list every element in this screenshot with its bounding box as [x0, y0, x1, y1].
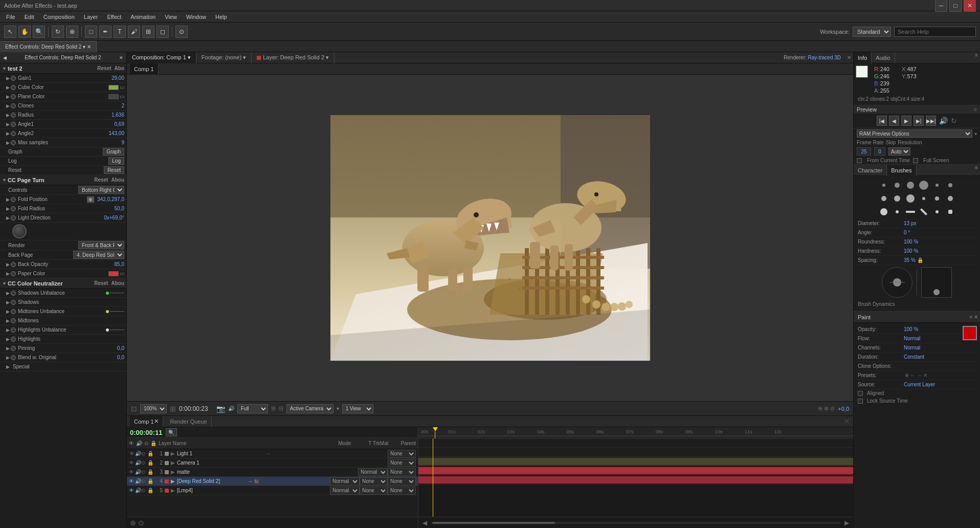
expand-maxsamples[interactable]: ▶: [6, 140, 10, 145]
expand-back-opacity[interactable]: ▶: [6, 262, 10, 267]
add-layer-btn[interactable]: ⊕: [130, 519, 136, 527]
layer-name-1[interactable]: Light 1: [177, 451, 264, 456]
brush-dot-18[interactable]: [948, 210, 952, 214]
menu-help[interactable]: Help: [211, 13, 231, 21]
layer-solo-switch-1[interactable]: →: [265, 451, 271, 456]
paint-duration-value[interactable]: Constant: [904, 354, 924, 360]
stopwatch-highlights[interactable]: ⏱: [11, 337, 16, 342]
expand-blend[interactable]: ▶: [6, 355, 10, 360]
brush-dot-6[interactable]: [948, 183, 952, 187]
graph-btn[interactable]: Graph: [103, 148, 124, 156]
maxsamples-value[interactable]: 9: [121, 140, 124, 145]
timeline-render-tab[interactable]: Render Queue: [166, 416, 212, 427]
stopwatch-blend[interactable]: ⏱: [11, 355, 16, 360]
cube-color-swatch[interactable]: [108, 85, 119, 90]
layer-eye-3[interactable]: 👁: [129, 469, 135, 475]
angle1-value[interactable]: 0,69: [115, 121, 124, 127]
expand-radius[interactable]: ▶: [6, 113, 10, 118]
layer-audio-1[interactable]: 🔊: [135, 451, 141, 456]
brush-dot-3[interactable]: [907, 182, 914, 189]
tab-composition[interactable]: Composition: Comp 1 ▾: [127, 52, 196, 63]
brush-dot-15[interactable]: [906, 211, 915, 213]
ram-preview-select[interactable]: RAM Preview Options: [857, 129, 972, 138]
comp1-tab[interactable]: Comp 1: [130, 63, 159, 75]
timeline-comp-tab[interactable]: Comp 1 ✕: [130, 416, 163, 427]
layer-lock-4[interactable]: 🔒: [147, 478, 153, 484]
layer-lock-3[interactable]: 🔒: [147, 469, 153, 475]
minimize-btn[interactable]: ─: [935, 0, 947, 12]
stopwatch-shadows[interactable]: ⏱: [11, 300, 16, 305]
expand-angle2[interactable]: ▶: [6, 131, 10, 136]
select-tool[interactable]: ↖: [4, 26, 16, 38]
paint-presets-icons[interactable]: ⊕ ← → ✕: [905, 372, 927, 378]
renderer-value[interactable]: Ray-traced 3D: [808, 55, 841, 60]
expand-fold-pos[interactable]: ▶: [6, 197, 10, 202]
timeline-timecode[interactable]: 0:00:00:11: [130, 429, 163, 436]
highlights-unbal-slider[interactable]: ────: [110, 327, 124, 333]
layer-solo-5[interactable]: ⊙: [141, 488, 147, 493]
brush-dot-12[interactable]: [948, 196, 953, 201]
expand-cc-page-turn[interactable]: ▼: [2, 178, 7, 183]
layer-mode-select-4[interactable]: Normal: [330, 477, 360, 486]
layer-eye-4[interactable]: 👁: [129, 478, 135, 484]
render-select[interactable]: Front & Back Page: [78, 241, 124, 249]
layer-name-5[interactable]: [Lmp4]: [177, 488, 254, 493]
layer-audio-2[interactable]: 🔊: [135, 460, 141, 466]
resolution-select[interactable]: Full Half Quarter: [237, 404, 268, 413]
brush-dot-5[interactable]: [936, 184, 939, 187]
composition-viewer[interactable]: [127, 75, 853, 401]
expand-special[interactable]: ▶: [6, 364, 10, 369]
layer-parent-select-3[interactable]: None: [388, 468, 416, 476]
stopwatch-back-opacity[interactable]: ⏱: [11, 262, 16, 267]
paint-channels-value[interactable]: Normal: [904, 345, 920, 350]
preview-prev-btn[interactable]: ◀: [889, 116, 899, 126]
preview-audio-btn[interactable]: 🔊: [939, 117, 948, 125]
paint-color-swatch[interactable]: [963, 326, 977, 340]
zoom-select[interactable]: 100% 50% 200%: [140, 404, 167, 413]
hand-tool[interactable]: ✋: [18, 26, 31, 38]
expand-highlights-unbal[interactable]: ▶: [6, 327, 10, 333]
layer-solo-switch-4[interactable]: →: [248, 478, 253, 484]
menu-layer[interactable]: Layer: [80, 13, 102, 21]
stopwatch-paper-color[interactable]: ⏱: [11, 271, 16, 276]
track-bar-5[interactable]: [418, 476, 853, 483]
stopwatch-highlights-unbal[interactable]: ⏱: [11, 327, 16, 333]
eraser-tool[interactable]: ◻: [157, 26, 169, 38]
back-page-select[interactable]: 4. Deep Red Solid: [73, 251, 124, 259]
back-opacity-value[interactable]: 85,0: [115, 261, 124, 267]
layer-lock-2[interactable]: 🔒: [147, 460, 153, 466]
stopwatch-maxsamples[interactable]: ⏱: [11, 140, 16, 145]
expand-gain1[interactable]: ▶: [6, 76, 10, 81]
viewer-snap2-btn[interactable]: ⊞: [170, 405, 176, 413]
viewer-safe-icon[interactable]: ⊟: [279, 405, 283, 412]
about-test2-btn[interactable]: Abo: [115, 65, 124, 71]
layer-name-3[interactable]: matte: [177, 469, 268, 475]
puppet-tool[interactable]: ⊙: [175, 26, 188, 38]
layer-mode-select-3[interactable]: Normal: [358, 468, 388, 476]
gain1-value[interactable]: 29,00: [112, 75, 124, 81]
stopwatch-cube-color[interactable]: ⏱: [11, 85, 16, 90]
text-tool[interactable]: T: [114, 26, 126, 38]
layer-name-4[interactable]: [Deep Red Solid 2]: [177, 478, 247, 484]
brush-dot-1[interactable]: [882, 184, 885, 187]
camera-orbit[interactable]: ⊕: [66, 26, 78, 38]
close-btn[interactable]: ✕: [964, 0, 976, 12]
comp-panel-close[interactable]: ✕: [845, 55, 853, 60]
stopwatch-light-dir[interactable]: ⏱: [11, 215, 16, 221]
preview-loop-btn[interactable]: ↻: [951, 117, 957, 125]
expand-shadows-unbalance[interactable]: ▶: [6, 291, 10, 296]
skip-input[interactable]: [874, 147, 885, 156]
pinning-value[interactable]: 0,0: [117, 345, 124, 351]
cube-color-picker-btn[interactable]: ▭: [120, 84, 124, 90]
expand-midtones[interactable]: ▶: [6, 318, 10, 323]
brush-dot-7[interactable]: [881, 196, 886, 201]
light-direction-value[interactable]: 0x+69,0°: [104, 215, 124, 221]
ram-preview-expand[interactable]: ▾: [974, 131, 977, 137]
menu-composition[interactable]: Composition: [39, 13, 79, 21]
brush-dot-17[interactable]: [936, 210, 939, 213]
expand-paper-color[interactable]: ▶: [6, 271, 10, 276]
stopwatch-angle1[interactable]: ⏱: [11, 122, 16, 127]
full-screen-checkbox[interactable]: [913, 158, 918, 163]
hardness-value[interactable]: 100 %: [904, 248, 918, 254]
layer-parent-select-5[interactable]: None: [388, 487, 416, 495]
